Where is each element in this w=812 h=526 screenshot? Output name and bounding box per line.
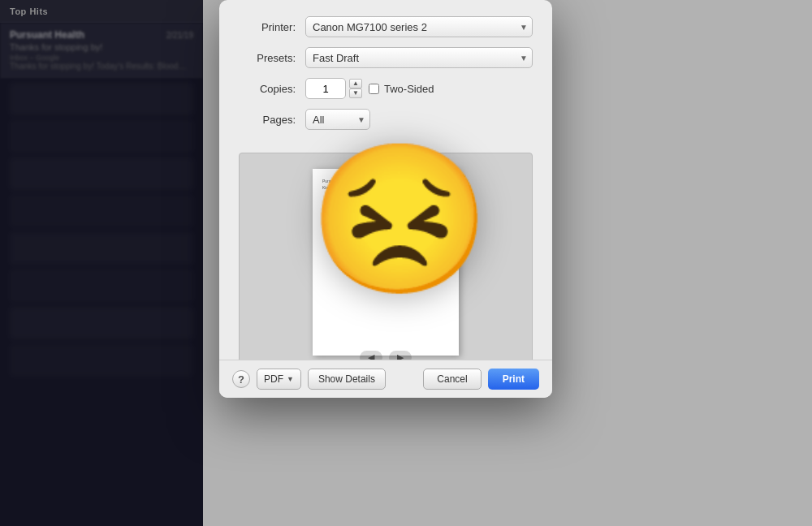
pages-select-wrapper[interactable]: All From Current ▼ bbox=[305, 109, 370, 130]
printer-select[interactable]: Canon MG7100 series 2 bbox=[305, 16, 533, 37]
copies-increment[interactable]: ▲ bbox=[349, 79, 362, 88]
copies-row: Copies: ▲ ▼ Two-Sided bbox=[239, 78, 533, 99]
pdf-dropdown-icon: ▼ bbox=[287, 375, 294, 383]
two-sided-checkbox[interactable] bbox=[369, 84, 379, 94]
print-button[interactable]: Print bbox=[488, 369, 539, 390]
stressed-emoji: 😣 bbox=[309, 137, 491, 300]
presets-select-wrapper[interactable]: Fast Draft ▼ bbox=[305, 47, 533, 68]
pdf-label: PDF bbox=[264, 373, 283, 385]
dialog-footer: ? PDF ▼ Show Details Cancel Print bbox=[219, 360, 552, 398]
pages-row: Pages: All From Current ▼ bbox=[239, 109, 533, 130]
copies-decrement[interactable]: ▼ bbox=[349, 88, 362, 98]
presets-label: Presets: bbox=[239, 52, 296, 64]
dialog-form: Printer: Canon MG7100 series 2 ▼ Presets… bbox=[219, 0, 552, 153]
show-details-button[interactable]: Show Details bbox=[308, 369, 386, 390]
printer-label: Printer: bbox=[239, 21, 296, 33]
help-button[interactable]: ? bbox=[232, 370, 250, 388]
copies-input[interactable] bbox=[305, 78, 346, 99]
pages-label: Pages: bbox=[239, 114, 296, 126]
two-sided-label[interactable]: Two-Sided bbox=[369, 83, 434, 95]
printer-row: Printer: Canon MG7100 series 2 ▼ bbox=[239, 16, 533, 37]
pages-select[interactable]: All From Current bbox=[305, 109, 370, 130]
pdf-button[interactable]: PDF ▼ bbox=[257, 369, 301, 390]
copies-label: Copies: bbox=[239, 83, 296, 95]
presets-select[interactable]: Fast Draft bbox=[305, 47, 533, 68]
printer-select-wrapper[interactable]: Canon MG7100 series 2 ▼ bbox=[305, 16, 533, 37]
presets-row: Presets: Fast Draft ▼ bbox=[239, 47, 533, 68]
emoji-overlay: 😣 bbox=[309, 146, 491, 292]
copies-stepper[interactable]: ▲ ▼ bbox=[349, 79, 362, 98]
cancel-button[interactable]: Cancel bbox=[423, 369, 481, 390]
